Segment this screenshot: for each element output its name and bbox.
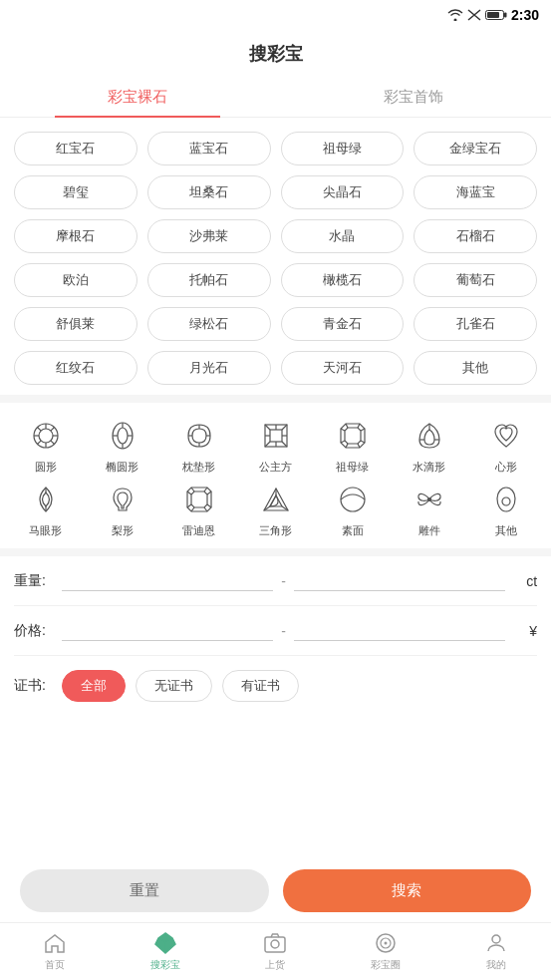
gem-tag[interactable]: 托帕石 (147, 263, 271, 297)
shape-pear2[interactable]: 梨形 (87, 481, 157, 538)
gem-tag[interactable]: 青金石 (281, 307, 405, 341)
svg-rect-1 (504, 13, 507, 18)
gem-tag[interactable]: 舒俱莱 (14, 307, 138, 341)
tab-loose-gems[interactable]: 彩宝裸石 (0, 78, 276, 117)
gem-tag[interactable]: 碧玺 (14, 175, 138, 209)
gem-tag[interactable]: 欧泊 (14, 263, 138, 297)
svg-line-40 (341, 429, 345, 431)
gem-tag[interactable]: 葡萄石 (413, 263, 537, 297)
circle-icon (27, 417, 65, 455)
shape-princess[interactable]: 公主方 (240, 417, 311, 475)
cert-all-btn[interactable]: 全部 (62, 670, 126, 702)
shape-label: 枕垫形 (182, 460, 215, 475)
gem-tag[interactable]: 红纹石 (14, 351, 138, 385)
gem-tag[interactable]: 金绿宝石 (413, 132, 537, 165)
shape-label: 三角形 (259, 523, 292, 538)
gem-tag[interactable]: 尖晶石 (281, 175, 405, 209)
shape-circle[interactable]: 圆形 (10, 417, 81, 475)
gem-tag[interactable]: 沙弗莱 (147, 219, 271, 253)
radiant-icon (180, 481, 218, 518)
price-min-input[interactable] (62, 620, 273, 641)
status-bar: 2:30 (0, 0, 551, 30)
shape-cabochon[interactable]: 素面 (317, 481, 388, 538)
shape-cushion[interactable]: 枕垫形 (163, 417, 234, 475)
heart-icon (487, 417, 525, 455)
shape-label: 公主方 (259, 460, 292, 475)
nav-home[interactable]: 首页 (0, 923, 111, 980)
cert-options: 全部 无证书 有证书 (62, 670, 299, 702)
gem-tag[interactable]: 孔雀石 (413, 307, 537, 341)
svg-line-39 (341, 441, 345, 443)
weight-unit: ct (513, 573, 537, 589)
svg-rect-2 (487, 12, 499, 18)
svg-line-10 (50, 441, 54, 445)
shape-label: 心形 (495, 460, 517, 475)
user-icon (484, 931, 508, 955)
gem-tag[interactable]: 蓝宝石 (147, 132, 271, 165)
gem-tag[interactable]: 石榴石 (413, 219, 537, 253)
pear2-icon (104, 481, 141, 518)
shape-marquise[interactable]: 马眼形 (10, 481, 81, 538)
bottom-nav: 首页 搜彩宝 上货 彩宝圈 我的 (0, 922, 551, 980)
gem-tag[interactable]: 其他 (413, 351, 537, 385)
reset-button[interactable]: 重置 (20, 869, 269, 912)
price-max-input[interactable] (294, 620, 505, 641)
weight-max-input[interactable] (294, 570, 505, 591)
price-input-group: - ¥ (62, 620, 537, 641)
battery-icon (485, 9, 507, 21)
cert-none-btn[interactable]: 无证书 (136, 670, 212, 702)
nav-profile[interactable]: 我的 (440, 923, 551, 980)
shape-triangle[interactable]: 三角形 (240, 481, 311, 538)
tab-jewelry[interactable]: 彩宝首饰 (276, 78, 552, 117)
gem-tag[interactable]: 天河石 (281, 351, 405, 385)
section-divider-2 (0, 548, 551, 556)
gem-tag[interactable]: 绿松石 (147, 307, 271, 341)
emerald-cut-icon (334, 417, 372, 455)
svg-line-33 (346, 424, 348, 428)
svg-line-27 (282, 442, 287, 447)
status-icons: 2:30 (447, 7, 539, 23)
gem-tag[interactable]: 水晶 (281, 219, 405, 253)
svg-line-25 (265, 425, 270, 430)
svg-line-47 (191, 488, 194, 491)
princess-icon (257, 417, 295, 455)
svg-line-26 (282, 425, 287, 430)
gem-tag[interactable]: 橄榄石 (281, 263, 405, 297)
shape-radiant[interactable]: 雷迪恩 (163, 481, 234, 538)
shape-emerald-cut[interactable]: 祖母绿 (317, 417, 388, 475)
gem-tag[interactable]: 摩根石 (14, 219, 138, 253)
svg-point-58 (341, 488, 365, 511)
pear-icon (411, 417, 448, 455)
nav-circle[interactable]: 彩宝圈 (331, 923, 441, 980)
svg-line-9 (50, 428, 54, 432)
gem-tag[interactable]: 海蓝宝 (413, 175, 537, 209)
cabochon-icon (334, 481, 372, 518)
gem-tag[interactable]: 坦桑石 (147, 175, 271, 209)
gem-tag[interactable]: 月光石 (147, 351, 271, 385)
weight-label: 重量: (14, 572, 62, 590)
search-button[interactable]: 搜索 (283, 869, 532, 912)
shape-other[interactable]: 其他 (470, 481, 541, 538)
svg-line-50 (207, 504, 211, 507)
shape-heart[interactable]: 心形 (470, 417, 541, 475)
weight-min-input[interactable] (62, 570, 273, 591)
signal-icon (467, 9, 481, 21)
gem-tag[interactable]: 祖母绿 (281, 132, 405, 165)
wifi-icon (447, 9, 463, 21)
search-gem-icon (153, 931, 177, 955)
shape-label: 椭圆形 (106, 460, 138, 475)
svg-line-36 (361, 441, 365, 443)
cert-has-btn[interactable]: 有证书 (222, 670, 299, 702)
shape-carving[interactable]: 雕件 (394, 481, 464, 538)
price-dash: - (281, 623, 286, 639)
nav-search-gem-label: 搜彩宝 (150, 958, 180, 972)
gem-tag[interactable]: 红宝石 (14, 132, 138, 165)
svg-line-49 (207, 491, 211, 494)
nav-upload[interactable]: 上货 (220, 923, 331, 980)
shape-pear[interactable]: 水滴形 (394, 417, 464, 475)
shape-oval[interactable]: 椭圆形 (87, 417, 157, 475)
nav-search-gem[interactable]: 搜彩宝 (111, 923, 221, 980)
nav-profile-label: 我的 (486, 958, 506, 972)
svg-line-35 (361, 429, 365, 431)
nav-upload-label: 上货 (265, 958, 285, 972)
